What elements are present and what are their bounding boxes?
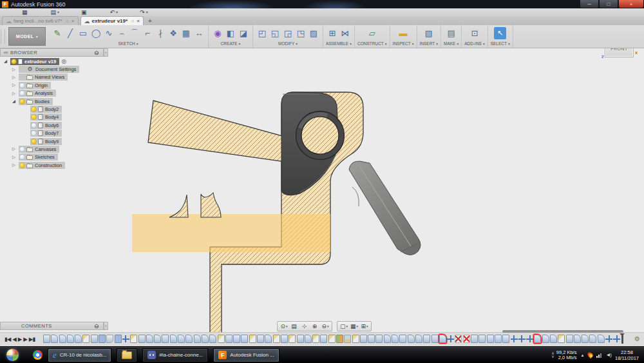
go-to-start-icon[interactable]: ▮◀ bbox=[5, 335, 10, 344]
section-label[interactable]: MODIFY▾ bbox=[278, 41, 298, 47]
browser-item[interactable]: ◢ Bodies bbox=[0, 97, 81, 105]
expand-triangle-icon[interactable]: ◢ bbox=[12, 99, 19, 104]
expand-triangle-icon[interactable]: ▷ bbox=[12, 67, 19, 72]
timeline-feature-icon[interactable] bbox=[209, 335, 216, 343]
joint-icon[interactable]: ⋈ bbox=[339, 26, 352, 41]
timeline-feature-icon[interactable] bbox=[67, 335, 74, 343]
face-highlight[interactable] bbox=[132, 214, 330, 252]
timeline-feature-icon[interactable] bbox=[138, 335, 146, 343]
panel-resize-handle[interactable]: › bbox=[104, 48, 108, 57]
timeline-settings-gear-icon[interactable]: ⚙ bbox=[634, 336, 640, 342]
timeline-feature-icon[interactable] bbox=[605, 335, 612, 343]
section-label[interactable]: SELECT▾ bbox=[491, 41, 510, 47]
timeline-feature-icon[interactable] bbox=[447, 335, 454, 343]
pivot-pin[interactable] bbox=[296, 112, 345, 160]
timeline-feature-icon[interactable] bbox=[574, 335, 581, 343]
expand-triangle-icon[interactable]: ▷ bbox=[12, 155, 19, 160]
file-menu-icon[interactable]: ▤▾ bbox=[51, 10, 60, 15]
browser-item[interactable]: Body9 bbox=[0, 137, 81, 145]
timeline-feature-icon[interactable] bbox=[455, 335, 462, 343]
go-to-end-icon[interactable]: ▶▮ bbox=[29, 335, 35, 344]
tab-close-icon[interactable]: × bbox=[71, 18, 75, 24]
orbit-icon[interactable]: ⊙▾ bbox=[279, 322, 289, 331]
zoom-icon[interactable]: ⊕ bbox=[310, 322, 320, 331]
lever-handle[interactable] bbox=[349, 161, 421, 255]
section-label[interactable]: INSPECT▾ bbox=[393, 41, 414, 47]
timeline-feature-icon[interactable] bbox=[408, 335, 415, 343]
circular-pattern-icon[interactable]: ❖ bbox=[167, 26, 180, 41]
timeline-feature-icon[interactable] bbox=[487, 335, 494, 343]
save-icon[interactable]: ▣ bbox=[81, 10, 88, 15]
timeline-feature-icon[interactable] bbox=[526, 335, 533, 343]
section-label[interactable]: INSERT▾ bbox=[420, 41, 438, 47]
timeline-feature-icon[interactable] bbox=[423, 335, 430, 343]
browser-item[interactable]: Body6 bbox=[0, 121, 81, 129]
timeline-feature-icon[interactable] bbox=[368, 335, 375, 343]
play-icon[interactable]: ▶ bbox=[18, 335, 22, 344]
viewport-canvas[interactable]: «« BROWSER ⊖ › ◢ extrudeur v19 ◎ ▷ bbox=[0, 48, 644, 332]
timeline-feature-icon[interactable] bbox=[146, 335, 153, 343]
timeline-feature-icon[interactable] bbox=[185, 335, 193, 343]
create-form-icon[interactable]: ◉ bbox=[211, 26, 224, 41]
viewports-icon[interactable]: ⊞▾ bbox=[359, 322, 370, 331]
timeline-feature-icon[interactable] bbox=[154, 335, 161, 343]
new-component-icon[interactable]: ⊞ bbox=[326, 26, 339, 41]
step-forward-icon[interactable]: ▶ bbox=[23, 335, 27, 344]
timeline-feature-icon[interactable] bbox=[241, 335, 248, 343]
trim-icon[interactable]: ∤ bbox=[154, 26, 167, 41]
chamfer-icon[interactable]: ◲ bbox=[281, 26, 294, 41]
fang-section-left[interactable] bbox=[169, 195, 188, 217]
sketch-fillet-icon[interactable]: ⌐ bbox=[141, 26, 154, 41]
section-label[interactable]: ASSEMBLE▾ bbox=[326, 41, 352, 47]
section-label[interactable]: SKETCH▾ bbox=[118, 41, 138, 47]
timeline-feature-icon[interactable] bbox=[91, 335, 98, 343]
timeline-feature-icon[interactable] bbox=[598, 335, 605, 343]
browser-panel-header[interactable]: «« BROWSER ⊖ bbox=[0, 48, 104, 57]
timeline-feature-icon[interactable] bbox=[558, 335, 565, 343]
tray-app-flame-icon[interactable] bbox=[587, 351, 594, 358]
timeline-feature-icon[interactable] bbox=[328, 335, 336, 343]
panel-resize-handle[interactable]: › bbox=[104, 322, 108, 330]
timeline-feature-icon[interactable] bbox=[99, 335, 106, 343]
pan-icon[interactable]: ⊹ bbox=[299, 322, 310, 331]
timeline-feature-icon[interactable] bbox=[265, 335, 272, 343]
minimize-button[interactable]: ─ bbox=[580, 0, 599, 8]
timeline-feature-icon[interactable] bbox=[495, 335, 502, 343]
network-signal-icon[interactable] bbox=[596, 352, 601, 358]
timeline-feature-icon[interactable] bbox=[344, 335, 351, 343]
timeline-feature-icon[interactable] bbox=[550, 335, 557, 343]
toolbar-grip[interactable] bbox=[1, 29, 5, 44]
visibility-bulb-icon[interactable] bbox=[32, 131, 36, 135]
timeline-feature-icon[interactable] bbox=[289, 335, 296, 343]
taskbar-ie-button[interactable]: e CR-10 de nicolasb... bbox=[48, 348, 111, 362]
chrome-icon[interactable] bbox=[33, 350, 43, 360]
timeline-feature-icon[interactable] bbox=[194, 335, 201, 343]
timeline-feature-icon[interactable] bbox=[51, 335, 58, 343]
timeline-feature-icon[interactable] bbox=[352, 335, 359, 343]
visibility-bulb-icon[interactable] bbox=[20, 99, 24, 104]
taskbar-fusion-button[interactable]: F Autodesk Fusion ... bbox=[213, 348, 279, 362]
step-back-icon[interactable]: ◀ bbox=[12, 335, 16, 344]
visibility-bulb-icon[interactable] bbox=[12, 59, 16, 64]
circle-icon[interactable]: ◯ bbox=[90, 26, 102, 41]
visibility-bulb-icon[interactable] bbox=[20, 147, 24, 152]
arc-icon[interactable]: ⌢ bbox=[115, 26, 128, 41]
browser-item[interactable]: ▷ Sketches bbox=[0, 153, 81, 161]
activate-radio-icon[interactable]: ◎ bbox=[61, 58, 66, 64]
timeline-feature-icon[interactable] bbox=[115, 335, 122, 343]
timeline-feature-icon[interactable] bbox=[478, 335, 486, 343]
timeline-feature-icon[interactable] bbox=[518, 335, 526, 343]
tab-close-icon[interactable]: × bbox=[137, 18, 140, 24]
browser-item[interactable]: Body4 bbox=[0, 113, 81, 121]
timeline-feature-icon[interactable] bbox=[106, 335, 113, 343]
timeline-feature-icon[interactable] bbox=[59, 335, 66, 343]
timeline-feature-icon[interactable] bbox=[463, 335, 470, 343]
timeline-feature-icon[interactable] bbox=[178, 335, 185, 343]
browser-item[interactable]: ▷ Document Settings bbox=[0, 65, 81, 73]
visibility-bulb-icon[interactable] bbox=[20, 91, 24, 95]
expand-triangle-icon[interactable]: ▷ bbox=[12, 162, 19, 168]
comments-panel-header[interactable]: COMMENTS ⊖ bbox=[0, 322, 104, 330]
timeline-feature-icon[interactable] bbox=[399, 335, 406, 343]
timeline-feature-icon[interactable] bbox=[249, 335, 256, 343]
shell-icon[interactable]: ◳ bbox=[294, 26, 307, 41]
